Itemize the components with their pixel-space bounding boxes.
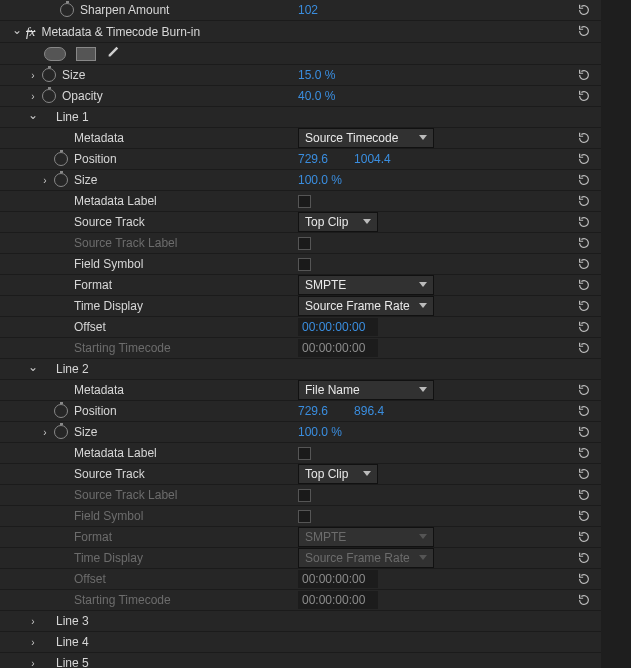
param-row-position: Position 729.6 896.4 xyxy=(0,401,601,422)
param-label: Size xyxy=(74,425,296,439)
fx-icon[interactable]: fx xyxy=(26,24,35,40)
reset-icon[interactable] xyxy=(575,24,593,38)
time-display-dropdown[interactable]: Source Frame Rate xyxy=(298,296,434,316)
param-label: Metadata Label xyxy=(74,194,296,208)
timecode-input: 00:00:00:00 xyxy=(298,339,378,357)
chevron-down-icon xyxy=(363,219,371,227)
chevron-right-icon[interactable] xyxy=(27,69,39,81)
group-line3[interactable]: Line 3 xyxy=(0,611,601,632)
stopwatch-icon[interactable] xyxy=(54,404,68,418)
format-dropdown[interactable]: SMPTE xyxy=(298,275,434,295)
reset-icon[interactable] xyxy=(575,341,593,355)
stopwatch-icon[interactable] xyxy=(54,173,68,187)
param-row-opacity: Opacity 40.0 % xyxy=(0,86,601,107)
chevron-right-icon[interactable] xyxy=(27,90,39,102)
reset-icon[interactable] xyxy=(575,131,593,145)
reset-icon[interactable] xyxy=(575,509,593,523)
param-value[interactable]: 15.0 % xyxy=(298,68,335,82)
param-row-offset: Offset 00:00:00:00 xyxy=(0,317,601,338)
param-label: Source Track Label xyxy=(74,488,296,502)
reset-icon[interactable] xyxy=(575,215,593,229)
chevron-down-icon[interactable] xyxy=(27,111,39,123)
param-row-time-display: Time Display Source Frame Rate xyxy=(0,548,601,569)
checkbox[interactable] xyxy=(298,195,311,208)
reset-icon[interactable] xyxy=(575,530,593,544)
stopwatch-icon[interactable] xyxy=(42,68,56,82)
group-line4[interactable]: Line 4 xyxy=(0,632,601,653)
param-row-source-track: Source Track Top Clip xyxy=(0,464,601,485)
background-swatch[interactable] xyxy=(76,47,96,61)
effect-header[interactable]: fx Metadata & Timecode Burn-in xyxy=(0,21,601,43)
chevron-right-icon[interactable] xyxy=(27,657,39,668)
source-track-dropdown[interactable]: Top Clip xyxy=(298,212,378,232)
eyedropper-icon[interactable] xyxy=(106,45,120,62)
param-label: Starting Timecode xyxy=(74,341,296,355)
stopwatch-icon[interactable] xyxy=(60,3,74,17)
reset-icon[interactable] xyxy=(575,278,593,292)
param-value[interactable]: 102 xyxy=(298,3,318,17)
foreground-swatch[interactable] xyxy=(44,47,66,61)
checkbox[interactable] xyxy=(298,447,311,460)
param-row-metadata-label: Metadata Label xyxy=(0,191,601,212)
timecode-input[interactable]: 00:00:00:00 xyxy=(298,318,378,336)
effect-title: Metadata & Timecode Burn-in xyxy=(41,25,296,39)
chevron-right-icon[interactable] xyxy=(39,426,51,438)
reset-icon[interactable] xyxy=(575,572,593,586)
metadata-dropdown[interactable]: File Name xyxy=(298,380,434,400)
group-line5[interactable]: Line 5 xyxy=(0,653,601,668)
position-y[interactable]: 1004.4 xyxy=(354,152,391,166)
reset-icon[interactable] xyxy=(575,446,593,460)
param-label: Field Symbol xyxy=(74,509,296,523)
checkbox[interactable] xyxy=(298,489,311,502)
reset-icon[interactable] xyxy=(575,404,593,418)
stopwatch-icon[interactable] xyxy=(54,152,68,166)
reset-icon[interactable] xyxy=(575,551,593,565)
source-track-dropdown[interactable]: Top Clip xyxy=(298,464,378,484)
param-row-metadata: Metadata Source Timecode xyxy=(0,128,601,149)
reset-icon[interactable] xyxy=(575,68,593,82)
stopwatch-icon[interactable] xyxy=(42,89,56,103)
param-row-source-track: Source Track Top Clip xyxy=(0,212,601,233)
param-label: Metadata xyxy=(74,131,296,145)
chevron-right-icon[interactable] xyxy=(27,636,39,648)
param-label: Starting Timecode xyxy=(74,593,296,607)
reset-icon[interactable] xyxy=(575,320,593,334)
reset-icon[interactable] xyxy=(575,152,593,166)
checkbox[interactable] xyxy=(298,237,311,250)
param-value[interactable]: 100.0 % xyxy=(298,173,342,187)
reset-icon[interactable] xyxy=(575,3,593,17)
stopwatch-icon[interactable] xyxy=(54,425,68,439)
reset-icon[interactable] xyxy=(575,236,593,250)
reset-icon[interactable] xyxy=(575,383,593,397)
param-label: Source Track xyxy=(74,467,296,481)
reset-icon[interactable] xyxy=(575,89,593,103)
checkbox[interactable] xyxy=(298,258,311,271)
reset-icon[interactable] xyxy=(575,488,593,502)
reset-icon[interactable] xyxy=(575,467,593,481)
reset-icon[interactable] xyxy=(575,257,593,271)
param-row-metadata-label: Metadata Label xyxy=(0,443,601,464)
chevron-down-icon[interactable] xyxy=(11,26,23,38)
position-x[interactable]: 729.6 xyxy=(298,404,328,418)
chevron-right-icon[interactable] xyxy=(27,615,39,627)
chevron-right-icon[interactable] xyxy=(39,174,51,186)
param-value[interactable]: 100.0 % xyxy=(298,425,342,439)
reset-icon[interactable] xyxy=(575,173,593,187)
reset-icon[interactable] xyxy=(575,194,593,208)
reset-icon[interactable] xyxy=(575,299,593,313)
group-line2[interactable]: Line 2 xyxy=(0,359,601,380)
position-x[interactable]: 729.6 xyxy=(298,152,328,166)
chevron-down-icon xyxy=(419,555,427,563)
position-y[interactable]: 896.4 xyxy=(354,404,384,418)
param-value[interactable]: 40.0 % xyxy=(298,89,335,103)
chevron-down-icon[interactable] xyxy=(27,363,39,375)
reset-icon[interactable] xyxy=(575,593,593,607)
group-title: Line 4 xyxy=(56,635,296,649)
param-label: Time Display xyxy=(74,551,296,565)
group-line1[interactable]: Line 1 xyxy=(0,107,601,128)
metadata-dropdown[interactable]: Source Timecode xyxy=(298,128,434,148)
chevron-down-icon xyxy=(419,534,427,542)
reset-icon[interactable] xyxy=(575,425,593,439)
checkbox[interactable] xyxy=(298,510,311,523)
param-row-format: Format SMPTE xyxy=(0,275,601,296)
